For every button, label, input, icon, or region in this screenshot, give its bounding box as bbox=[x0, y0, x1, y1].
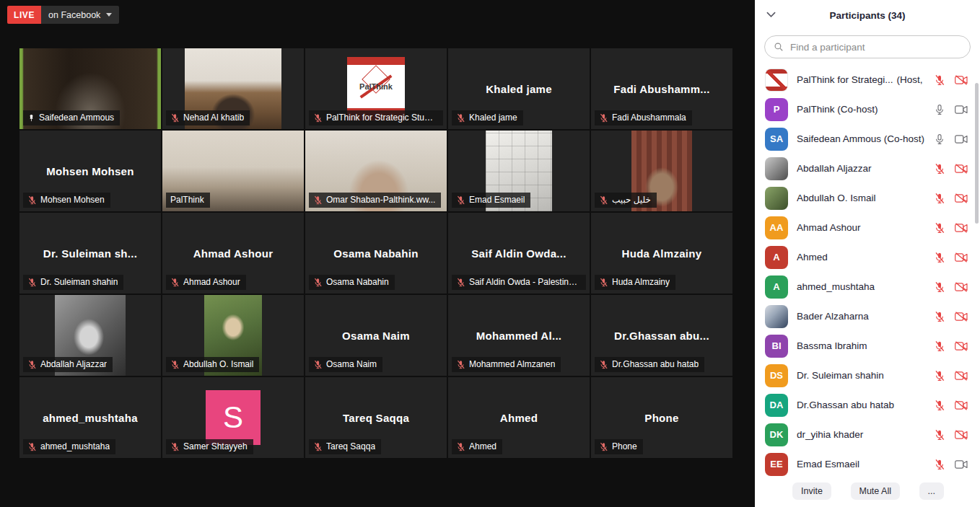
tile-name-label: Abdallah Aljazzar bbox=[23, 357, 113, 372]
tile-name: Nehad Al khatib bbox=[183, 113, 244, 123]
participant-row[interactable]: Abdallah Aljazzar bbox=[755, 154, 980, 183]
participant-row[interactable]: SA Saifedean Ammous (Co-host) bbox=[755, 124, 980, 154]
palthink-logo-avatar bbox=[765, 69, 788, 92]
avatar: A bbox=[765, 275, 788, 299]
participant-name: Saifedean Ammous (Co-host) bbox=[797, 133, 924, 144]
panel-scrollbar[interactable] bbox=[975, 83, 979, 224]
tile-name: Huda Almzainy bbox=[612, 277, 670, 287]
video-tile[interactable]: Mohsen Mohsen Mohsen Mohsen bbox=[19, 131, 161, 211]
participant-status-icons bbox=[934, 370, 968, 382]
tile-name-label: Khaled jame bbox=[452, 110, 523, 125]
tile-name-label: Omar Shaban-Palthink.ww... bbox=[309, 193, 441, 208]
participant-row[interactable]: EE Emad Esmaeil bbox=[755, 449, 980, 479]
video-tile[interactable]: Ahmed Ahmed bbox=[448, 377, 590, 458]
camera-off-icon bbox=[955, 430, 968, 440]
tile-name-label: Mohsen Mohsen bbox=[23, 193, 110, 208]
video-tile[interactable]: Fadi Abushamm... Fadi Abushammala bbox=[591, 48, 732, 129]
video-tile[interactable]: Dr.Ghassan abu... Dr.Ghassan abu hatab bbox=[591, 295, 732, 376]
participant-name: PalThink (Co-host) bbox=[797, 104, 878, 115]
video-tile[interactable]: Khaled jame Khaled jame bbox=[448, 48, 590, 129]
tile-name: Dr. Suleiman shahin bbox=[40, 277, 118, 287]
tile-name-label: Saif Aldin Owda - Palestine... bbox=[452, 275, 586, 290]
mute-all-button[interactable]: Mute All bbox=[851, 482, 900, 500]
participant-row[interactable]: A ahmed_mushtaha bbox=[755, 272, 980, 301]
more-options-button[interactable]: ... bbox=[919, 482, 944, 500]
camera-off-icon bbox=[955, 223, 968, 233]
tile-name: Saifedean Ammous bbox=[39, 113, 114, 123]
participant-status-icons bbox=[934, 400, 968, 411]
participant-row[interactable]: AA Ahmad Ashour bbox=[755, 213, 980, 242]
video-tile[interactable]: Ahmad Ashour Ahmad Ashour bbox=[162, 213, 304, 294]
mic-muted-icon bbox=[934, 459, 945, 470]
participant-list: PalThink for Strategi... (Host, me) P Pa… bbox=[755, 65, 980, 479]
participant-initial-avatar: S bbox=[206, 390, 261, 445]
video-tile[interactable]: Emad Esmaeil bbox=[448, 131, 590, 211]
participant-status-icons bbox=[934, 74, 968, 86]
video-tile[interactable]: Omar Shaban-Palthink.ww... bbox=[305, 131, 447, 211]
video-tile[interactable]: Osama Nabahin Osama Nabahin bbox=[305, 213, 447, 294]
tile-name-label: Saifedean Ammous bbox=[23, 110, 120, 125]
participant-search[interactable] bbox=[764, 35, 971, 58]
participant-row[interactable]: DS Dr. Suleiman shahin bbox=[755, 361, 980, 390]
video-tile[interactable]: خليل حبيب bbox=[591, 131, 732, 211]
participants-title: Participants (34) bbox=[829, 10, 905, 21]
video-tile[interactable]: Phone Phone bbox=[591, 377, 732, 458]
tile-name: PalThink bbox=[170, 195, 204, 205]
mic-muted-icon bbox=[934, 311, 945, 322]
photo-avatar bbox=[765, 305, 788, 328]
mic-muted-icon bbox=[934, 429, 945, 441]
tile-name: Samer Shtayyeh bbox=[183, 441, 248, 451]
participant-row[interactable]: DA Dr.Ghassan abu hatab bbox=[755, 390, 980, 420]
video-tile[interactable]: Abdallah Aljazzar bbox=[19, 295, 161, 376]
tile-name: Ahmed bbox=[469, 441, 496, 451]
tile-name-label: PalThink for Strategic Studi... bbox=[309, 110, 443, 125]
live-destination-dropdown[interactable]: on Facebook bbox=[41, 6, 119, 24]
video-tile[interactable]: Mohammed Al... Mohammed Almzanen bbox=[448, 295, 590, 376]
video-tile[interactable]: Saif Aldin Owda... Saif Aldin Owda - Pal… bbox=[448, 213, 590, 294]
video-tile[interactable]: ahmed_mushtaha ahmed_mushtaha bbox=[19, 377, 161, 458]
participants-panel: Participants (34) PalThink for Strategi.… bbox=[755, 0, 980, 507]
participant-row[interactable]: P PalThink (Co-host) bbox=[755, 94, 980, 124]
video-tile[interactable]: Dr. Suleiman sh... Dr. Suleiman shahin bbox=[19, 213, 161, 294]
collapse-panel-button[interactable] bbox=[766, 9, 776, 20]
participant-search-input[interactable] bbox=[789, 41, 961, 53]
participant-row[interactable]: Abdullah O. Ismail bbox=[755, 183, 980, 213]
tile-name: Fadi Abushammala bbox=[612, 113, 686, 123]
video-tile[interactable]: Osama Naim Osama Naim bbox=[305, 295, 447, 376]
tile-name: Abdallah Aljazzar bbox=[40, 359, 107, 369]
mic-muted-icon bbox=[313, 195, 323, 205]
mic-muted-icon bbox=[313, 113, 323, 123]
avatar: DS bbox=[765, 364, 788, 387]
video-tile[interactable]: Nehad Al khatib bbox=[162, 48, 304, 129]
participant-name: Bader Alzaharna bbox=[797, 311, 869, 322]
tile-name-label: Osama Nabahin bbox=[309, 275, 395, 290]
participant-row[interactable]: Bader Alzaharna bbox=[755, 301, 980, 331]
mic-muted-icon bbox=[934, 193, 945, 204]
video-grid: Saifedean Ammous Nehad Al khatib PalThin… bbox=[19, 48, 732, 458]
video-tile[interactable]: Huda Almzainy Huda Almzainy bbox=[591, 213, 732, 294]
video-tile[interactable]: PalThink PalThink for Strategic Studi... bbox=[305, 48, 447, 129]
camera-off-icon bbox=[955, 252, 968, 263]
video-tile[interactable]: Saifedean Ammous bbox=[19, 48, 161, 129]
participant-row[interactable]: DK dr_yihia khader bbox=[755, 420, 980, 449]
video-tile[interactable]: Abdullah O. Ismail bbox=[162, 295, 304, 376]
participant-name: Ahmed bbox=[797, 252, 828, 263]
video-tile[interactable]: PalThink bbox=[162, 131, 304, 211]
camera-off-icon bbox=[955, 312, 968, 322]
tile-name: Osama Naim bbox=[326, 359, 377, 369]
participant-row[interactable]: PalThink for Strategi... (Host, me) bbox=[755, 65, 980, 94]
camera-off-icon bbox=[955, 75, 968, 85]
participant-status-icons bbox=[934, 222, 968, 234]
video-area: LIVE on Facebook Saifedean Ammous Nehad … bbox=[0, 0, 755, 507]
participant-row[interactable]: BI Bassma Ibrahim bbox=[755, 331, 980, 361]
tile-name-label: Ahmad Ashour bbox=[166, 275, 246, 290]
tile-name-label: Tareq Saqqa bbox=[309, 439, 381, 454]
tile-name-label: ahmed_mushtaha bbox=[23, 439, 115, 454]
participant-status-icons bbox=[934, 133, 968, 145]
video-tile[interactable]: Tareq Saqqa Tareq Saqqa bbox=[305, 377, 447, 458]
mic-muted-icon bbox=[934, 370, 945, 382]
video-tile[interactable]: S Samer Shtayyeh bbox=[162, 377, 304, 458]
mic-muted-icon bbox=[934, 222, 945, 234]
participant-row[interactable]: A Ahmed bbox=[755, 242, 980, 272]
invite-button[interactable]: Invite bbox=[792, 482, 831, 500]
